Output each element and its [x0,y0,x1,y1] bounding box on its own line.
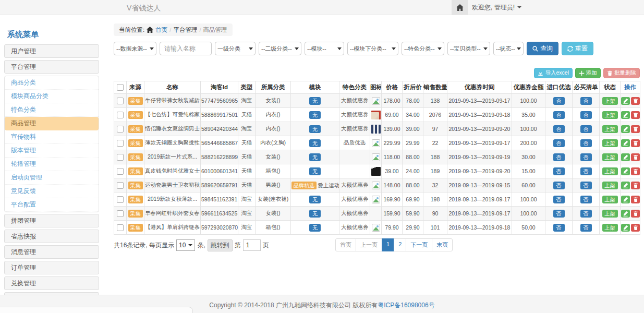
edit-button[interactable] [621,210,630,218]
must-buy-toggle[interactable]: 否 [580,224,592,232]
row-checkbox[interactable] [117,98,124,104]
edit-button[interactable] [621,182,630,189]
delete-button[interactable] [631,224,640,232]
filter-select[interactable]: 一级分类 [215,42,256,55]
page-button[interactable]: 上一页 [356,238,382,251]
delete-button[interactable] [631,139,640,147]
must-buy-toggle[interactable]: 否 [580,139,592,147]
add-button[interactable]: 添加 [575,68,601,78]
search-button[interactable]: 查询 [527,42,558,55]
user-menu[interactable]: 欢迎您, 管理员! [472,0,521,15]
imported-toggle[interactable]: 否 [553,111,565,119]
sidebar-item[interactable]: 平台管理 [4,60,99,74]
status-toggle[interactable]: 上架 [602,97,618,105]
must-buy-toggle[interactable]: 否 [580,153,592,161]
imported-toggle[interactable]: 否 [553,210,565,218]
must-buy-toggle[interactable]: 否 [580,196,592,203]
home-button[interactable] [452,0,468,15]
page-button[interactable]: 首页 [335,238,356,251]
edit-button[interactable] [621,167,630,175]
imported-toggle[interactable]: 否 [553,196,565,203]
filter-select[interactable]: --特色分类-- [402,42,444,55]
sidebar-subitem[interactable]: 意见反馈 [5,185,99,198]
batch-delete-button[interactable]: 批量删除 [603,68,640,78]
status-toggle[interactable]: 上架 [602,182,618,189]
sidebar-item[interactable]: 订单管理 [4,261,99,274]
must-buy-toggle[interactable]: 否 [580,97,592,105]
sidebar-subitem[interactable]: 模块商品分类 [5,90,99,103]
imported-toggle[interactable]: 否 [553,167,565,175]
status-toggle[interactable]: 上架 [602,139,618,147]
breadcrumb-home-link[interactable]: 首页 [155,26,167,34]
edit-button[interactable] [621,196,630,203]
edit-button[interactable] [621,153,630,161]
imported-toggle[interactable]: 否 [553,224,565,232]
must-buy-toggle[interactable]: 否 [580,167,592,175]
name-search-input[interactable] [160,42,212,55]
status-toggle[interactable]: 上架 [602,111,618,119]
page-button[interactable]: 1 [382,238,394,251]
must-buy-toggle[interactable]: 否 [580,210,592,218]
must-buy-toggle[interactable]: 否 [580,125,592,133]
sidebar-item[interactable]: 省惠快报 [4,230,99,243]
status-toggle[interactable]: 上架 [602,196,618,203]
status-toggle[interactable]: 上架 [602,153,618,161]
sidebar-subitem[interactable]: 特色分类 [5,103,99,117]
jump-button[interactable]: 跳转到 [208,239,233,251]
edit-button[interactable] [621,139,630,147]
delete-button[interactable] [631,153,640,161]
filter-select[interactable]: --模块下分类-- [347,42,398,55]
delete-button[interactable] [631,167,640,175]
delete-button[interactable] [631,97,640,105]
row-checkbox[interactable] [117,112,124,118]
row-checkbox[interactable] [117,182,124,189]
delete-button[interactable] [631,111,640,119]
delete-button[interactable] [631,210,640,218]
reset-button[interactable]: 重置 [562,42,593,55]
imported-toggle[interactable]: 否 [553,125,565,133]
sidebar-item[interactable]: 拼团管理 [4,214,99,227]
filter-select[interactable]: --二级分类-- [259,42,301,55]
delete-button[interactable] [631,196,640,203]
sidebar-item[interactable]: 兑换管理 [4,276,99,290]
must-buy-toggle[interactable]: 否 [580,182,592,189]
sidebar-subitem[interactable]: 商品分类 [5,76,99,90]
delete-button[interactable] [631,182,640,189]
edit-button[interactable] [621,224,630,232]
filter-select[interactable]: --宝贝类型-- [447,42,490,55]
edit-button[interactable] [621,97,630,105]
row-checkbox[interactable] [117,168,124,175]
sidebar-subitem[interactable]: 商品管理 [5,117,99,130]
filter-select[interactable]: --模块-- [305,42,344,55]
page-button[interactable]: 末页 [432,238,453,251]
sidebar-item[interactable]: 用户管理 [4,44,99,58]
row-checkbox[interactable] [117,224,124,231]
sidebar-item[interactable]: 消息管理 [4,245,99,259]
status-toggle[interactable]: 上架 [602,125,618,133]
page-button[interactable]: 2 [394,238,406,251]
per-page-select[interactable]: 10 [176,239,195,251]
sidebar-subitem[interactable]: 版本管理 [5,144,99,158]
imported-toggle[interactable]: 否 [553,139,565,147]
row-checkbox[interactable] [117,126,124,133]
delete-button[interactable] [631,125,640,133]
row-checkbox[interactable] [117,140,124,147]
status-toggle[interactable]: 上架 [602,224,618,232]
page-number-input[interactable] [243,239,261,251]
edit-button[interactable] [621,111,630,119]
sidebar-subitem[interactable]: 启动页管理 [5,171,99,185]
filter-select[interactable]: --状态-- [493,42,524,55]
must-buy-toggle[interactable]: 否 [580,111,592,119]
sidebar-subitem[interactable]: 平台配置 [5,198,99,212]
breadcrumb-item[interactable]: 平台管理 [173,26,197,34]
row-checkbox[interactable] [117,210,124,217]
edit-button[interactable] [621,125,630,133]
status-toggle[interactable]: 上架 [602,167,618,175]
imported-toggle[interactable]: 否 [553,97,565,105]
icp-link[interactable]: 粤ICP备16098006号 [378,302,434,309]
page-button[interactable]: 下一页 [406,238,432,251]
filter-select[interactable]: --数据来源-- [114,42,156,55]
row-checkbox[interactable] [117,154,124,161]
sidebar-subitem[interactable]: 轮播管理 [5,158,99,171]
import-excel-button[interactable]: 导入excel [534,68,573,78]
